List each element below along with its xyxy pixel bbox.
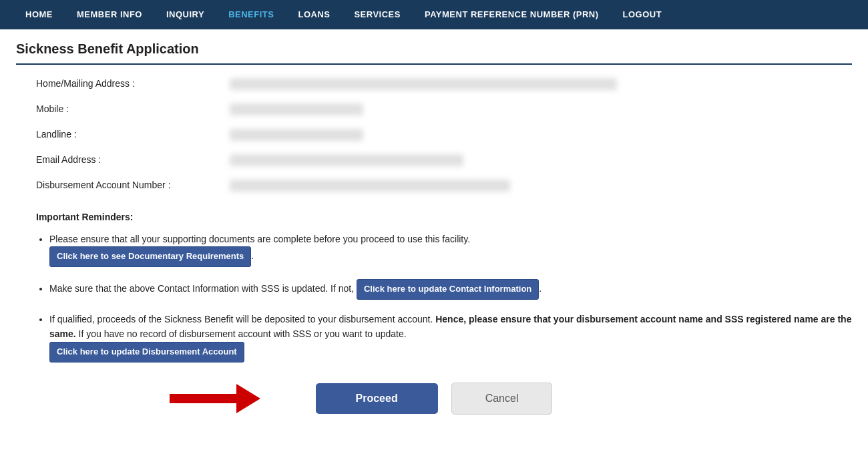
reminder-item-2: Make sure that the above Contact Informa… [49,279,852,300]
reminder-3-text-prefix: If qualified, proceeds of the Sickness B… [49,314,433,324]
nav-benefits[interactable]: BENEFITS [216,0,286,29]
documentary-requirements-link[interactable]: Click here to see Documentary Requiremen… [49,246,251,267]
main-nav: HOME MEMBER INFO INQUIRY BENEFITS LOANS … [0,0,868,29]
page-content: Sickness Benefit Application Home/Mailin… [0,29,868,440]
update-contact-info-link[interactable]: Click here to update Contact Information [357,279,539,300]
page-title: Sickness Benefit Application [16,41,852,65]
nav-loans[interactable]: LOANS [286,0,342,29]
mobile-row: Mobile : [36,103,852,122]
reminder-2-text-prefix: Make sure that the above Contact Informa… [49,283,354,294]
info-table: Home/Mailing Address : Mobile : Landline… [36,78,852,198]
home-address-row: Home/Mailing Address : [36,78,852,97]
mobile-value [230,103,363,115]
home-address-label: Home/Mailing Address : [36,78,230,89]
email-label: Email Address : [36,154,230,165]
proceed-arrow [170,384,260,413]
nav-member-info[interactable]: MEMBER INFO [65,0,154,29]
reminders-section: Important Reminders: Please ensure that … [36,212,852,363]
proceed-button[interactable]: Proceed [316,383,438,414]
reminder-2-suffix: . [539,283,541,294]
disbursement-value [230,180,510,192]
action-area: Proceed Cancel [16,383,852,415]
email-row: Email Address : [36,154,852,173]
cancel-button[interactable]: Cancel [451,383,553,415]
reminders-title: Important Reminders: [36,212,852,222]
arrow-head [236,384,260,413]
landline-label: Landline : [36,129,230,140]
disbursement-row: Disbursement Account Number : [36,180,852,198]
nav-prn[interactable]: PAYMENT REFERENCE NUMBER (PRN) [413,0,611,29]
disbursement-label: Disbursement Account Number : [36,180,230,190]
email-value [230,154,463,166]
arrow-shape [170,384,260,413]
nav-home[interactable]: HOME [13,0,65,29]
nav-logout[interactable]: LOGOUT [611,0,674,29]
nav-services[interactable]: SERVICES [342,0,413,29]
update-disbursement-link[interactable]: Click here to update Disbursement Accoun… [49,342,244,363]
arrow-shaft [170,394,236,403]
reminder-item-3: If qualified, proceeds of the Sickness B… [49,312,852,363]
reminder-3-text-suffix: If you have no record of disbursement ac… [76,328,407,339]
reminder-1-text: Please ensure that all your supporting d… [49,234,470,244]
mobile-label: Mobile : [36,103,230,114]
home-address-value [230,78,617,90]
reminder-list: Please ensure that all your supporting d… [36,232,852,363]
nav-inquiry[interactable]: INQUIRY [154,0,216,29]
reminder-item-1: Please ensure that all your supporting d… [49,232,852,267]
landline-value [230,129,363,141]
reminder-1-suffix: . [251,250,254,261]
landline-row: Landline : [36,129,852,148]
